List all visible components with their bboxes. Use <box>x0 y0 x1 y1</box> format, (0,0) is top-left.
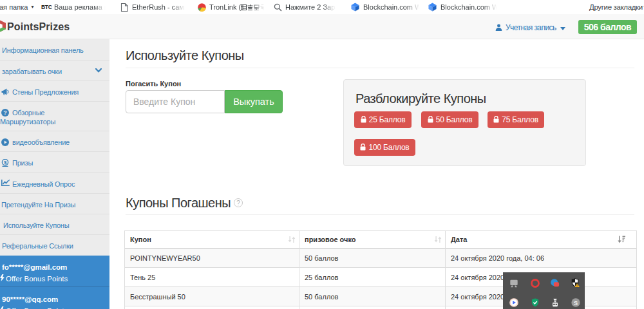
svg-text:S: S <box>573 299 578 306</box>
svg-text:?: ? <box>3 109 6 116</box>
